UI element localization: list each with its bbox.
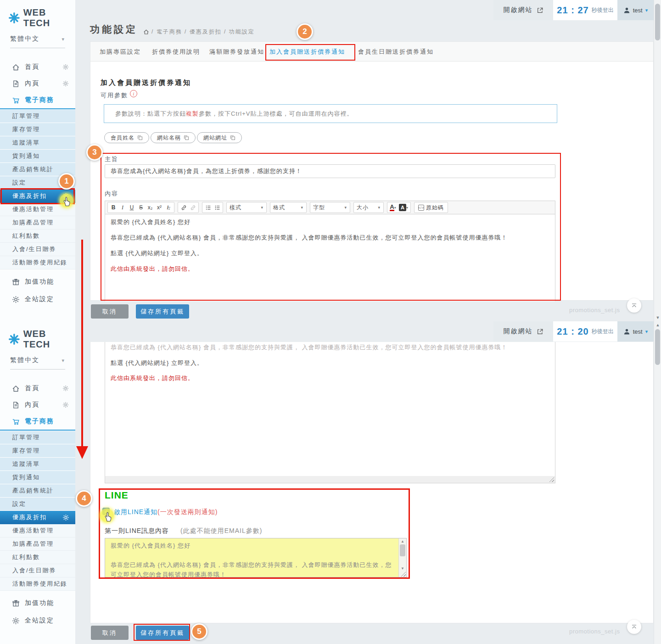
format-dropdown[interactable]: 格式▾ — [270, 202, 307, 213]
cancel-button[interactable]: 取消 — [91, 304, 129, 319]
open-website-button[interactable]: 開啟網站 — [493, 0, 553, 20]
bold-button[interactable]: B — [109, 203, 118, 212]
link-button[interactable] — [179, 203, 188, 212]
underline-button[interactable]: U — [128, 203, 136, 212]
sidebar-item-label: 全站設定 — [25, 616, 54, 625]
tab-addon-zone[interactable]: 加購專區設定 — [100, 48, 141, 56]
sidebar-item-sales-stats[interactable]: 產品銷售統計 — [0, 484, 75, 498]
scrollbar-thumb[interactable] — [400, 544, 405, 556]
gear-icon[interactable] — [62, 80, 69, 87]
email-content-editor[interactable]: 親愛的 {代入會員姓名} 您好 恭喜您已經成為 {代入網站名稱} 會員，非常感謝… — [105, 214, 555, 301]
background-color-button[interactable]: A▾ — [398, 203, 409, 212]
sidebar-item-pages[interactable]: 內頁 — [0, 75, 75, 92]
brand-name: WEB TECH — [23, 329, 75, 350]
cancel-button[interactable]: 取消 — [91, 626, 129, 640]
unordered-list-button[interactable] — [213, 203, 221, 212]
ordered-list-button[interactable] — [204, 203, 212, 212]
sidebar-item-pages[interactable]: 內頁 — [0, 397, 75, 413]
tab-threshold-coupon[interactable]: 滿額贈券發放通知 — [209, 48, 264, 56]
sidebar-item-tracking-list[interactable]: 追蹤清單 — [0, 136, 75, 150]
sidebar-item-site-settings[interactable]: 全站設定 — [0, 291, 75, 308]
sidebar-item-bonus-points[interactable]: 紅利點數 — [0, 551, 75, 564]
sidebar-item-order-management[interactable]: 訂單管理 — [0, 110, 75, 123]
tab-birthday-coupon[interactable]: 會員生日贈送折價券通知 — [358, 48, 434, 56]
enable-line-label[interactable]: 啟用LINE通知 — [114, 508, 157, 516]
unlink-button[interactable] — [189, 203, 197, 212]
language-selector[interactable]: 繁體中文 ▾ — [10, 356, 65, 370]
info-icon[interactable]: i — [130, 90, 137, 97]
sidebar-item-value-added[interactable]: 加值功能 — [0, 595, 75, 611]
user-menu[interactable]: test ▾ — [617, 0, 654, 20]
line-message-textarea[interactable]: 親愛的 {代入會員姓名} 您好 恭喜您已經成為 {代入網站名稱} 會員，非常感謝… — [105, 538, 407, 577]
editor-line: 恭喜您已經成為 {代入網站名稱} 會員，非常感謝您的支持與愛護， 入會即贈優惠券… — [111, 343, 546, 352]
subscript-button[interactable]: x₂ — [146, 203, 154, 212]
subject-input[interactable] — [105, 164, 555, 178]
sidebar-item-order-management[interactable]: 訂單管理 — [0, 431, 75, 444]
scroll-to-top-button[interactable] — [627, 620, 641, 634]
param-button-site-url[interactable]: 網站網址 — [197, 132, 242, 143]
sidebar-item-promo-activity[interactable]: 優惠活動管理 — [0, 524, 75, 538]
tab-join-member-coupon[interactable]: 加入會員贈送折價券通知 — [269, 48, 345, 56]
browser-scrollbar[interactable]: ▼ — [654, 0, 661, 321]
user-menu[interactable]: test ▾ — [617, 321, 654, 342]
remove-format-button[interactable]: I̶ₓ — [164, 203, 173, 212]
italic-button[interactable]: I — [118, 203, 127, 212]
sidebar-item-addon-products[interactable]: 加購產品管理 — [0, 216, 75, 230]
sidebar-item-arrival-notice[interactable]: 貨到通知 — [0, 150, 75, 163]
param-button-member-name[interactable]: 會員姓名 — [104, 132, 149, 143]
strikethrough-button[interactable]: S — [137, 203, 145, 212]
save-all-tabs-button[interactable]: 儲存所有頁籤 — [136, 626, 189, 640]
basic-style-group: B I U S x₂ x² I̶ₓ — [107, 202, 174, 213]
sidebar-item-coupon-usage-log[interactable]: 活動贈券使用紀錄 — [0, 256, 75, 269]
scrollbar-down-arrow[interactable]: ▼ — [654, 315, 661, 320]
language-selector[interactable]: 繁體中文 ▾ — [10, 35, 65, 48]
cart-icon — [12, 96, 20, 104]
text-color-button[interactable]: A▾ — [389, 203, 397, 212]
browser-scrollbar[interactable]: ▲ — [654, 321, 661, 644]
gear-icon[interactable] — [62, 514, 69, 521]
sidebar-item-settings[interactable]: 設定 — [0, 498, 75, 511]
gear-icon[interactable] — [62, 402, 69, 408]
scrollbar-thumb[interactable] — [655, 329, 660, 365]
sidebar-item-promotions-discounts[interactable]: 優惠及折扣 — [0, 511, 75, 524]
sidebar-item-ecommerce[interactable]: 電子商務 — [0, 92, 75, 108]
sidebar-item-site-settings[interactable]: 全站設定 — [0, 612, 75, 629]
font-dropdown[interactable]: 字型▾ — [310, 202, 350, 213]
breadcrumb-path: / 電子商務 / 優惠及折扣 / 功能設定 — [151, 28, 255, 36]
textarea-scrollbar[interactable]: ▲ ▼ — [398, 538, 406, 577]
scrollbar-up-arrow[interactable]: ▲ — [399, 539, 406, 543]
sidebar-item-tracking-list[interactable]: 追蹤清單 — [0, 458, 75, 471]
tab-coupon-usage[interactable]: 折價券使用說明 — [152, 48, 200, 56]
sidebar-item-inventory[interactable]: 庫存管理 — [0, 444, 75, 458]
email-content-editor[interactable]: 恭喜您已經成為 {代入網站名稱} 會員，非常感謝您的支持與愛護， 入會即贈優惠券… — [105, 342, 555, 476]
format-label: 格式 — [273, 204, 285, 212]
source-code-button[interactable]: </> 原始碼 — [416, 204, 446, 212]
sidebar-item-home[interactable]: 首頁 — [0, 380, 75, 397]
sidebar-item-arrival-notice[interactable]: 貨到通知 — [0, 471, 75, 484]
sidebar-item-inventory[interactable]: 庫存管理 — [0, 123, 75, 136]
sidebar-item-home[interactable]: 首頁 — [0, 59, 75, 75]
sidebar-item-coupon-usage-log[interactable]: 活動贈券使用紀錄 — [0, 577, 75, 591]
sidebar-item-bonus-points[interactable]: 紅利點數 — [0, 230, 75, 243]
sidebar-item-ecommerce[interactable]: 電子商務 — [0, 413, 75, 430]
param-button-site-name[interactable]: 網站名稱 — [151, 132, 196, 143]
brand-name: WEB TECH — [23, 7, 75, 28]
gear-icon[interactable] — [62, 385, 69, 392]
sidebar-item-value-added[interactable]: 加值功能 — [0, 274, 75, 290]
size-dropdown[interactable]: 大小▾ — [353, 202, 384, 213]
sidebar-item-join-birthday-coupon[interactable]: 入會/生日贈券 — [0, 564, 75, 577]
superscript-button[interactable]: x² — [155, 203, 163, 212]
editor-resize-grip[interactable] — [549, 477, 554, 482]
brand-logo[interactable]: WEB TECH — [8, 329, 75, 350]
open-website-button[interactable]: 開啟網站 — [493, 321, 553, 342]
scrollbar-thumb[interactable] — [655, 4, 660, 40]
save-all-tabs-button[interactable]: 儲存所有頁籤 — [136, 304, 189, 319]
scroll-to-top-button[interactable] — [627, 298, 641, 313]
sidebar-item-addon-products[interactable]: 加購產品管理 — [0, 538, 75, 551]
styles-dropdown[interactable]: 樣式▾ — [226, 202, 267, 213]
sidebar-item-join-birthday-coupon[interactable]: 入會/生日贈券 — [0, 243, 75, 256]
gear-icon[interactable] — [62, 64, 69, 70]
brand-logo[interactable]: WEB TECH — [8, 7, 75, 28]
scrollbar-down-arrow[interactable]: ▼ — [399, 566, 406, 571]
scrollbar-up-arrow[interactable]: ▲ — [654, 323, 661, 327]
